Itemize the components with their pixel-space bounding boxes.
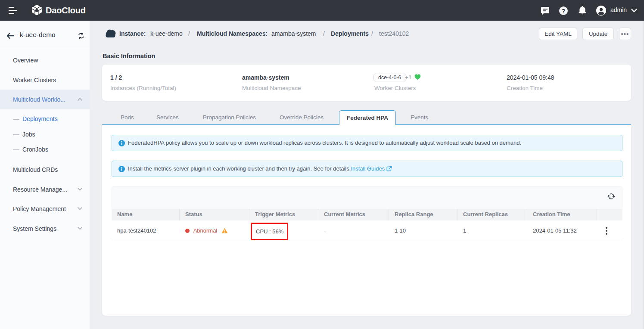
svg-text:?: ? <box>561 7 565 15</box>
